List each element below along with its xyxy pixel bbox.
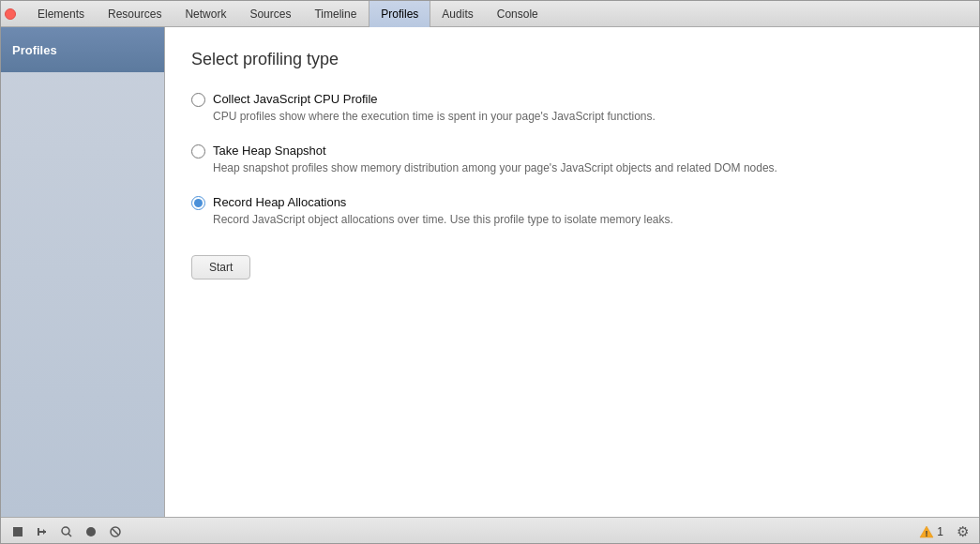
tab-bar: ElementsResourcesNetworkSourcesTimelineP… (1, 1, 979, 27)
tab-console[interactable]: Console (486, 1, 550, 27)
profile-option-heap-snapshot: Take Heap SnapshotHeap snapshot profiles… (191, 144, 953, 176)
radio-heap-snapshot[interactable] (191, 144, 205, 159)
svg-point-6 (86, 527, 96, 536)
stop-icon (11, 525, 24, 538)
clear-icon (109, 525, 122, 538)
record-icon (84, 525, 98, 538)
tab-resources[interactable]: Resources (97, 1, 173, 27)
warning-count: 1 (937, 525, 943, 538)
record-circle-button[interactable] (80, 521, 102, 542)
svg-rect-0 (13, 527, 23, 536)
radio-wrapper-cpu (191, 93, 205, 110)
sidebar-profiles-header: Profiles (1, 27, 164, 72)
svg-line-8 (113, 529, 118, 535)
option-text-heap-snapshot: Take Heap SnapshotHeap snapshot profiles… (213, 144, 777, 176)
close-button[interactable] (5, 8, 16, 20)
tab-profiles[interactable]: Profiles (369, 1, 430, 27)
tab-elements[interactable]: Elements (26, 1, 97, 27)
record-button[interactable] (7, 521, 29, 542)
option-text-cpu: Collect JavaScript CPU ProfileCPU profil… (213, 92, 656, 125)
profile-options: Collect JavaScript CPU ProfileCPU profil… (191, 92, 953, 227)
step-icon (36, 525, 49, 538)
start-button[interactable]: Start (191, 255, 250, 280)
warning-icon: ! (919, 524, 934, 539)
svg-point-4 (62, 527, 69, 535)
content-area: Select profiling type Collect JavaScript… (165, 27, 979, 517)
tab-audits[interactable]: Audits (430, 1, 485, 27)
step-button[interactable] (31, 521, 53, 542)
search-button[interactable] (55, 521, 78, 542)
radio-cpu[interactable] (191, 93, 205, 107)
radio-wrapper-heap-snapshot (191, 144, 205, 161)
sidebar-title: Profiles (12, 43, 57, 57)
svg-text:!: ! (926, 529, 928, 538)
window-controls (5, 8, 21, 20)
tab-network[interactable]: Network (173, 1, 238, 27)
warning-badge: ! 1 (919, 524, 943, 539)
sidebar: Profiles (1, 27, 165, 517)
main-layout: Profiles Select profiling type Collect J… (1, 27, 979, 517)
option-desc-cpu: CPU profiles show where the execution ti… (213, 109, 656, 125)
section-title: Select profiling type (191, 50, 953, 69)
option-label-heap-alloc: Record Heap Allocations (213, 195, 673, 209)
tab-timeline[interactable]: Timeline (303, 1, 369, 27)
option-label-cpu: Collect JavaScript CPU Profile (213, 92, 656, 106)
option-text-heap-alloc: Record Heap AllocationsRecord JavaScript… (213, 195, 673, 228)
tab-sources[interactable]: Sources (238, 1, 303, 27)
profile-option-cpu: Collect JavaScript CPU ProfileCPU profil… (191, 92, 953, 125)
clear-button[interactable] (104, 521, 127, 542)
radio-wrapper-heap-alloc (191, 196, 205, 213)
radio-heap-alloc[interactable] (191, 196, 205, 210)
bottom-toolbar: ! 1 ⚙ (1, 517, 979, 544)
svg-marker-3 (43, 529, 46, 535)
option-desc-heap-alloc: Record JavaScript object allocations ove… (213, 212, 673, 228)
option-desc-heap-snapshot: Heap snapshot profiles show memory distr… (213, 160, 777, 176)
option-label-heap-snapshot: Take Heap Snapshot (213, 144, 777, 158)
profile-option-heap-alloc: Record Heap AllocationsRecord JavaScript… (191, 195, 953, 228)
svg-line-5 (68, 534, 71, 536)
search-icon (60, 525, 73, 538)
settings-button[interactable]: ⚙ (951, 521, 973, 542)
